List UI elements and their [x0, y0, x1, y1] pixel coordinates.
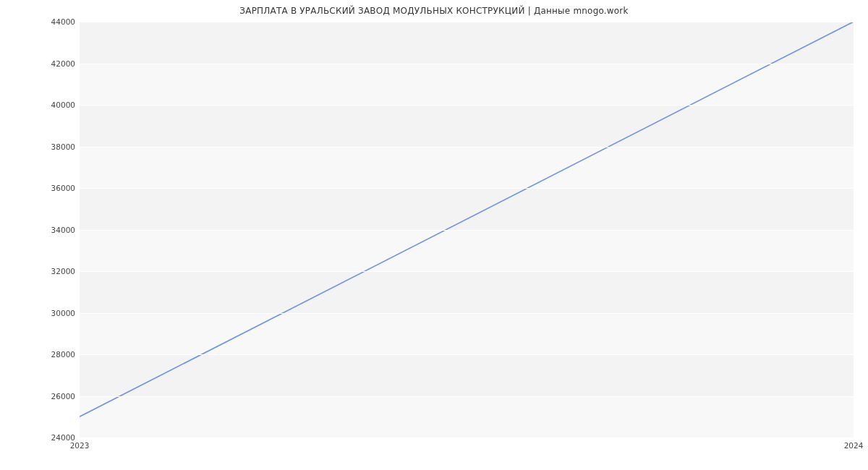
x-tick-label: 2024 — [844, 441, 864, 450]
y-tick-label: 24000 — [32, 433, 75, 442]
grid-line — [80, 396, 854, 397]
y-tick-label: 34000 — [32, 226, 75, 234]
y-tick-label: 32000 — [32, 267, 75, 275]
series-line — [80, 22, 854, 416]
plot-area — [80, 22, 854, 437]
y-tick-label: 30000 — [32, 309, 75, 317]
grid-line — [80, 64, 854, 64]
grid-line — [80, 147, 854, 148]
y-tick-label: 28000 — [32, 350, 75, 359]
grid-line — [80, 22, 854, 22]
y-tick-label: 40000 — [32, 101, 75, 109]
y-tick-label: 44000 — [32, 17, 75, 26]
grid-line — [80, 437, 854, 438]
y-tick-label: 36000 — [32, 184, 75, 192]
chart-title: ЗАРПЛАТА В УРАЛЬСКИЙ ЗАВОД МОДУЛЬНЫХ КОН… — [0, 6, 868, 16]
grid-line — [80, 354, 854, 355]
grid-line — [80, 313, 854, 314]
grid-line — [80, 105, 854, 106]
grid-line — [80, 271, 854, 272]
grid-line — [80, 230, 854, 231]
y-tick-label: 26000 — [32, 392, 75, 401]
y-tick-label: 42000 — [32, 59, 75, 68]
y-tick-label: 38000 — [32, 142, 75, 151]
x-tick-label: 2023 — [70, 441, 90, 450]
chart-container: ЗАРПЛАТА В УРАЛЬСКИЙ ЗАВОД МОДУЛЬНЫХ КОН… — [0, 0, 868, 470]
grid-line — [80, 188, 854, 189]
